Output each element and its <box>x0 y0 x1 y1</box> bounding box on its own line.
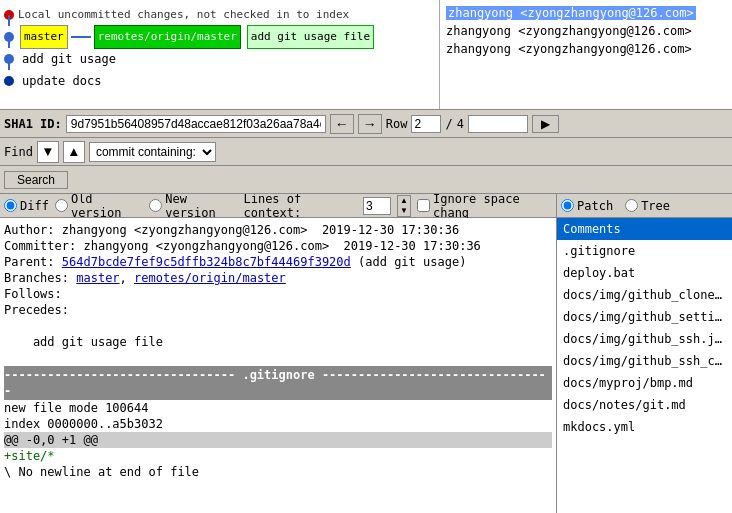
connector-line <box>71 36 91 38</box>
find-label: Find <box>4 145 33 159</box>
context-input[interactable] <box>363 197 391 215</box>
patch-label: Patch <box>577 199 613 213</box>
ignore-space-group[interactable]: Ignore space chang <box>417 194 552 220</box>
graph-line-v <box>8 15 10 26</box>
search-button[interactable]: Search <box>4 171 68 189</box>
file-list-item[interactable]: docs/myproj/bmp.md <box>557 372 732 394</box>
file-list-item[interactable]: Comments <box>557 218 732 240</box>
left-panel: Diff Old version New version Lines of co… <box>0 194 557 513</box>
commit-graph: Local uncommitted changes, not checked i… <box>0 0 440 109</box>
file-list-item[interactable]: mkdocs.yml <box>557 416 732 438</box>
context-spin: ▲ ▼ <box>397 195 411 217</box>
author-line-3: zhangyong <zyongzhangyong@126.com> <box>446 40 726 58</box>
author-highlight-1: zhangyong <zyongzhangyong@126.com> <box>446 6 696 20</box>
diff-blank-line <box>4 318 552 334</box>
diff-committer-line: Committer: zhangyong <zyongzhangyong@126… <box>4 238 552 254</box>
add-git-label: add git usage <box>22 48 116 70</box>
new-version-radio-group[interactable]: New version <box>149 194 237 220</box>
diff-new-file-mode: new file mode 100644 <box>4 400 552 416</box>
file-list: Comments.gitignoredeploy.batdocs/img/git… <box>557 218 732 513</box>
patch-radio[interactable] <box>561 199 574 212</box>
new-version-radio[interactable] <box>149 199 162 212</box>
row-jump-input[interactable] <box>468 115 528 133</box>
file-list-item[interactable]: deploy.bat <box>557 262 732 284</box>
tree-label: Tree <box>641 199 670 213</box>
prev-btn[interactable]: ← <box>330 114 354 134</box>
diff-follows-line: Follows: <box>4 286 552 302</box>
diff-scroll[interactable]: Author: zhangyong <zyongzhangyong@126.co… <box>0 218 556 513</box>
find-down-btn[interactable]: ▼ <box>37 141 59 163</box>
uncommitted-label: Local uncommitted changes, not checked i… <box>18 4 349 26</box>
tree-radio-group[interactable]: Tree <box>625 199 670 213</box>
find-up-btn[interactable]: ▲ <box>63 141 85 163</box>
right-panel: Patch Tree Comments.gitignoredeploy.batd… <box>557 194 732 513</box>
author-area: zhangyong <zyongzhangyong@126.com> zhang… <box>440 0 732 109</box>
context-label: Lines of context: <box>243 194 357 220</box>
diff-author-line: Author: zhangyong <zyongzhangyong@126.co… <box>4 222 552 238</box>
main-area: Diff Old version New version Lines of co… <box>0 194 732 513</box>
patch-radio-group[interactable]: Patch <box>561 199 613 213</box>
update-docs-label: update docs <box>22 70 101 92</box>
file-list-item[interactable]: .gitignore <box>557 240 732 262</box>
remotes-tag[interactable]: remotes/origin/master <box>94 25 241 49</box>
options-row: Diff Old version New version Lines of co… <box>0 194 556 218</box>
diff-wrapper: Author: zhangyong <zyongzhangyong@126.co… <box>0 218 556 513</box>
uncommitted-row: Local uncommitted changes, not checked i… <box>4 4 435 26</box>
diff-added-line: +site/* <box>4 448 552 464</box>
file-list-item[interactable]: docs/img/github_clonessh.jpg <box>557 284 732 306</box>
add-git-dot <box>4 54 14 64</box>
row-label: Row <box>386 117 408 131</box>
parent-link[interactable]: 564d7bcde7fef9c5dffb324b8c7bf44469f3920d <box>62 255 351 269</box>
spin-up-btn[interactable]: ▲ <box>398 196 410 206</box>
sha-input[interactable] <box>66 115 326 133</box>
master-commit-row: master remotes/origin/master add git usa… <box>4 26 435 48</box>
patch-tree-row: Patch Tree <box>557 194 732 218</box>
diff-radio[interactable] <box>4 199 17 212</box>
find-type-select[interactable]: commit containing: commit containing: <box>89 142 216 162</box>
row-separator: / <box>445 117 452 131</box>
diff-no-newline: \ No newline at end of file <box>4 464 552 480</box>
diff-precedes-line: Precedes: <box>4 302 552 318</box>
row-total: 4 <box>457 117 464 131</box>
ignore-space-checkbox[interactable] <box>417 199 430 212</box>
sha-label: SHA1 ID: <box>4 117 62 131</box>
file-list-item[interactable]: docs/img/github_ssh.jpg <box>557 328 732 350</box>
spin-down-btn[interactable]: ▼ <box>398 206 410 216</box>
author-line-1: zhangyong <zyongzhangyong@126.com> <box>446 4 726 22</box>
add-git-usage-row: add git usage <box>4 48 435 70</box>
diff-file-header: -------------------------------- .gitign… <box>4 366 552 400</box>
diff-radio-group[interactable]: Diff <box>4 199 49 213</box>
branches-remotes-link[interactable]: remotes/origin/master <box>134 271 286 285</box>
ignore-space-label: Ignore space chang <box>433 194 552 220</box>
new-version-label: New version <box>165 194 237 220</box>
sha-row: SHA1 ID: ← → Row / 4 ▶ <box>0 110 732 138</box>
diff-branches-line: Branches: master, remotes/origin/master <box>4 270 552 286</box>
search-btn-row: Search <box>0 166 732 194</box>
action-tag[interactable]: add git usage file <box>247 25 374 49</box>
find-row: Find ▼ ▲ commit containing: commit conta… <box>0 138 732 166</box>
diff-hunk: @@ -0,0 +1 @@ <box>4 432 552 448</box>
row-current-input[interactable] <box>411 115 441 133</box>
go-button[interactable]: ▶ <box>532 115 559 133</box>
master-dot <box>4 32 14 42</box>
diff-blank2 <box>4 350 552 366</box>
file-list-item[interactable]: docs/img/github_ssh_copy.jpg <box>557 350 732 372</box>
update-docs-dot <box>4 76 14 86</box>
diff-index: index 0000000..a5b3032 <box>4 416 552 432</box>
master-tag[interactable]: master <box>20 25 68 49</box>
author-line-2: zhangyong <zyongzhangyong@126.com> <box>446 22 726 40</box>
file-list-item[interactable]: docs/img/github_setting.jpg <box>557 306 732 328</box>
tree-radio[interactable] <box>625 199 638 212</box>
next-btn[interactable]: → <box>358 114 382 134</box>
old-version-radio[interactable] <box>55 199 68 212</box>
diff-radio-label: Diff <box>20 199 49 213</box>
diff-commit-msg: add git usage file <box>4 334 552 350</box>
old-version-radio-group[interactable]: Old version <box>55 194 143 220</box>
branches-master-link[interactable]: master <box>76 271 119 285</box>
file-list-item[interactable]: docs/notes/git.md <box>557 394 732 416</box>
update-docs-row: update docs <box>4 70 435 92</box>
old-version-label: Old version <box>71 194 143 220</box>
diff-parent-line: Parent: 564d7bcde7fef9c5dffb324b8c7bf444… <box>4 254 552 270</box>
